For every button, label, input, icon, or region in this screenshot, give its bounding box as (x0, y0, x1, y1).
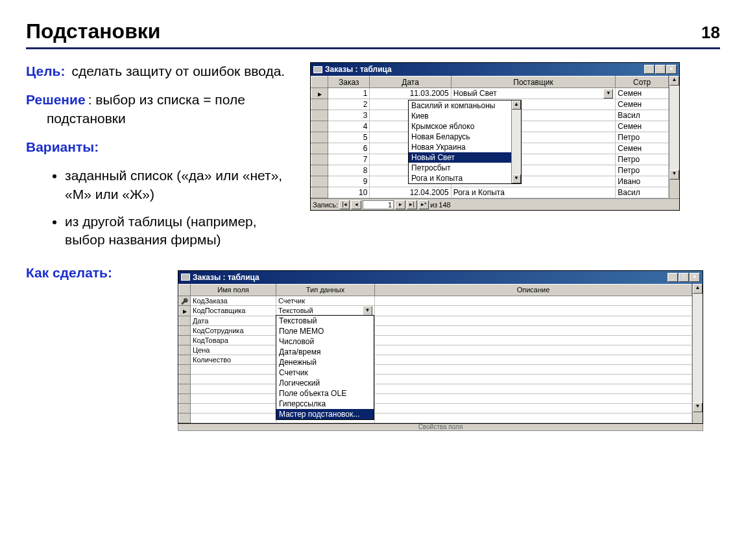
dropdown-item[interactable]: Числовой (276, 336, 374, 347)
row-selector[interactable] (179, 403, 191, 413)
cell-description[interactable] (375, 364, 692, 374)
cell-fieldname[interactable]: Дата (191, 316, 276, 325)
cell-description[interactable] (375, 296, 692, 305)
maximize-button[interactable]: □ (655, 65, 666, 74)
cell-employee[interactable]: Ивано (616, 176, 669, 187)
cell-description[interactable] (375, 335, 692, 345)
row-selector[interactable] (311, 143, 328, 154)
scroll-down-icon[interactable]: ▼ (693, 402, 703, 412)
next-record-button[interactable]: ▸ (395, 200, 405, 209)
cell-fieldname[interactable]: КодЗаказа (191, 296, 276, 305)
scroll-down-icon[interactable]: ▼ (512, 174, 521, 183)
row-selector[interactable] (179, 393, 191, 403)
cell-fieldname[interactable]: КодСотрудника (191, 325, 276, 335)
cell-fieldname[interactable] (191, 413, 276, 423)
dropdown-item[interactable]: Новая Украина (409, 142, 511, 152)
cell-order[interactable]: 7 (328, 154, 370, 165)
col-header-fieldname[interactable]: Имя поля (191, 284, 276, 296)
dropdown-item[interactable]: Новый Свет (409, 152, 511, 163)
cell-employee[interactable]: Петро (616, 154, 669, 165)
row-selector[interactable] (179, 413, 191, 423)
dropdown-item[interactable]: Мастер подстановок... (276, 409, 374, 419)
row-selector[interactable] (179, 296, 191, 305)
cell-order[interactable]: 3 (328, 110, 370, 121)
vertical-scrollbar[interactable]: ▲ ▼ (692, 284, 703, 423)
vertical-scrollbar[interactable]: ▲ ▼ (669, 76, 679, 198)
dropdown-item[interactable]: Петросбыт (409, 163, 511, 173)
cell-order[interactable]: 9 (328, 176, 370, 187)
dropdown-item[interactable]: Рога и Копыта (409, 173, 511, 183)
row-selector[interactable] (179, 384, 191, 393)
row-selector[interactable] (311, 187, 328, 198)
row-selector[interactable] (179, 345, 191, 355)
dropdown-item[interactable]: Счетчик (276, 368, 374, 378)
row-selector[interactable] (311, 99, 328, 110)
row-selector[interactable] (179, 335, 191, 345)
supplier-dropdown-list[interactable]: Василий и компаньоныКиевКрымское яблокоН… (408, 100, 522, 184)
cell-employee[interactable]: Семен (616, 121, 669, 132)
col-header-supplier[interactable]: Поставщик (451, 76, 616, 88)
new-record-button[interactable]: ▸* (418, 200, 429, 209)
cell-description[interactable] (375, 413, 692, 423)
row-selector[interactable] (179, 374, 191, 384)
cell-employee[interactable]: Семен (616, 88, 669, 99)
dropdown-item[interactable]: Дата/время (276, 347, 374, 357)
cell-employee[interactable]: Петро (616, 165, 669, 176)
row-selector[interactable] (311, 121, 328, 132)
dropdown-item[interactable]: Гиперссылка (276, 399, 374, 409)
cell-supplier[interactable]: Рога и Копыта (451, 187, 616, 198)
titlebar[interactable]: Заказы : таблица _ □ × (311, 63, 679, 76)
row-selector[interactable] (311, 88, 328, 99)
col-header-description[interactable]: Описание (375, 284, 692, 296)
cell-date[interactable]: 12.04.2005 (370, 187, 451, 198)
cell-fieldname[interactable] (191, 364, 276, 374)
row-selector[interactable] (179, 305, 191, 316)
cell-employee[interactable]: Васил (616, 187, 669, 198)
dropdown-item[interactable]: Киев (409, 111, 511, 121)
dropdown-item[interactable]: Логический (276, 378, 374, 388)
cell-order[interactable]: 1 (328, 88, 370, 99)
dropdown-arrow-icon[interactable]: ▼ (363, 306, 372, 316)
cell-description[interactable] (375, 355, 692, 364)
dropdown-item[interactable]: Поле объекта OLE (276, 388, 374, 399)
cell-fieldname[interactable]: КодПоставщика (191, 305, 276, 316)
cell-order[interactable]: 6 (328, 143, 370, 154)
row-selector[interactable] (311, 132, 328, 143)
cell-employee[interactable]: Васил (616, 110, 669, 121)
scroll-down-icon[interactable]: ▼ (669, 170, 679, 180)
col-header-date[interactable]: Дата (370, 76, 451, 88)
cell-fieldname[interactable] (191, 384, 276, 393)
minimize-button[interactable]: _ (644, 65, 655, 74)
maximize-button[interactable]: □ (679, 273, 689, 282)
dropdown-item[interactable]: Новая Беларусь (409, 132, 511, 142)
cell-date[interactable]: 11.03.2005 (370, 88, 451, 99)
cell-datatype[interactable]: Счетчик (276, 296, 375, 305)
col-header-employee[interactable]: Сотр (616, 76, 669, 88)
dropdown-item[interactable]: Текстовый (276, 316, 374, 326)
cell-description[interactable] (375, 305, 692, 316)
cell-supplier[interactable]: Новый Свет▼ (451, 88, 616, 99)
cell-fieldname[interactable]: КодТовара (191, 335, 276, 345)
cell-fieldname[interactable]: Количество (191, 355, 276, 364)
row-selector[interactable] (311, 110, 328, 121)
cell-description[interactable] (375, 316, 692, 325)
col-header-order[interactable]: Заказ (328, 76, 370, 88)
first-record-button[interactable]: |◂ (339, 200, 350, 209)
cell-order[interactable]: 4 (328, 121, 370, 132)
cell-description[interactable] (375, 393, 692, 403)
cell-fieldname[interactable] (191, 393, 276, 403)
cell-description[interactable] (375, 384, 692, 393)
cell-fieldname[interactable] (191, 403, 276, 413)
row-selector[interactable] (179, 364, 191, 374)
minimize-button[interactable]: _ (668, 273, 678, 282)
cell-employee[interactable]: Петро (616, 132, 669, 143)
scroll-up-icon[interactable]: ▲ (693, 284, 703, 294)
cell-fieldname[interactable] (191, 374, 276, 384)
cell-order[interactable]: 2 (328, 99, 370, 110)
cell-description[interactable] (375, 403, 692, 413)
datatype-dropdown-list[interactable]: ТекстовыйПоле МЕМОЧисловойДата/времяДене… (276, 315, 374, 420)
cell-fieldname[interactable]: Цена (191, 345, 276, 355)
row-selector[interactable] (179, 316, 191, 325)
dropdown-arrow-icon[interactable]: ▼ (603, 89, 613, 99)
scroll-up-icon[interactable]: ▲ (669, 76, 679, 86)
